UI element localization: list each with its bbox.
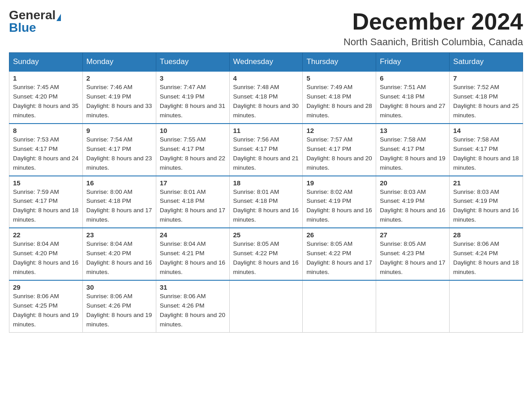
- header-sunday: Sunday: [9, 53, 83, 72]
- sunrise-label: Sunrise: 7:59 AM: [13, 188, 59, 195]
- header-saturday: Saturday: [450, 53, 523, 72]
- day-number: 22: [13, 231, 79, 239]
- calendar-cell: 16 Sunrise: 8:00 AM Sunset: 4:18 PM Dayl…: [82, 176, 156, 228]
- sunset-label: Sunset: 4:26 PM: [160, 302, 205, 309]
- sunrise-label: Sunrise: 7:52 AM: [453, 84, 499, 90]
- sunrise-label: Sunrise: 8:04 AM: [160, 240, 206, 247]
- sunset-label: Sunset: 4:17 PM: [86, 146, 131, 152]
- day-number: 15: [13, 179, 79, 187]
- sunrise-label: Sunrise: 8:06 AM: [13, 293, 59, 300]
- day-number: 10: [160, 127, 226, 134]
- daylight-label: Daylight: 8 hours and 24 minutes.: [13, 155, 78, 171]
- sunset-label: Sunset: 4:19 PM: [86, 93, 131, 100]
- sunrise-label: Sunrise: 7:58 AM: [453, 136, 499, 143]
- header-thursday: Thursday: [303, 53, 376, 72]
- daylight-label: Daylight: 8 hours and 30 minutes.: [233, 103, 299, 119]
- day-number: 25: [233, 231, 299, 239]
- daylight-label: Daylight: 8 hours and 25 minutes.: [453, 103, 519, 119]
- day-info: Sunrise: 8:04 AM Sunset: 4:20 PM Dayligh…: [86, 240, 152, 277]
- daylight-label: Daylight: 8 hours and 18 minutes.: [13, 207, 78, 223]
- header-wednesday: Wednesday: [229, 53, 303, 72]
- sunrise-label: Sunrise: 7:45 AM: [13, 84, 59, 90]
- daylight-label: Daylight: 8 hours and 21 minutes.: [233, 155, 299, 171]
- daylight-label: Daylight: 8 hours and 20 minutes.: [160, 312, 225, 328]
- calendar-cell: [229, 280, 303, 332]
- sunset-label: Sunset: 4:17 PM: [13, 197, 58, 204]
- calendar-cell: 4 Sunrise: 7:48 AM Sunset: 4:18 PM Dayli…: [229, 71, 303, 124]
- calendar-cell: 10 Sunrise: 7:55 AM Sunset: 4:17 PM Dayl…: [156, 124, 229, 176]
- sunrise-label: Sunrise: 8:06 AM: [86, 293, 133, 300]
- day-number: 29: [13, 283, 79, 291]
- logo-triangle-icon: [56, 14, 61, 21]
- daylight-label: Daylight: 8 hours and 16 minutes.: [86, 259, 152, 275]
- sunset-label: Sunset: 4:22 PM: [306, 250, 351, 257]
- day-number: 21: [453, 179, 519, 187]
- calendar-cell: 17 Sunrise: 8:01 AM Sunset: 4:18 PM Dayl…: [156, 176, 229, 228]
- day-number: 13: [380, 127, 446, 134]
- daylight-label: Daylight: 8 hours and 20 minutes.: [306, 155, 372, 171]
- daylight-label: Daylight: 8 hours and 19 minutes.: [13, 312, 78, 328]
- daylight-label: Daylight: 8 hours and 16 minutes.: [306, 207, 372, 223]
- calendar-cell: 1 Sunrise: 7:45 AM Sunset: 4:20 PM Dayli…: [9, 71, 83, 124]
- sunset-label: Sunset: 4:18 PM: [86, 197, 131, 204]
- calendar-cell: 23 Sunrise: 8:04 AM Sunset: 4:20 PM Dayl…: [82, 228, 156, 280]
- sunrise-label: Sunrise: 8:06 AM: [160, 293, 206, 300]
- sunset-label: Sunset: 4:17 PM: [380, 146, 425, 152]
- day-number: 17: [160, 179, 226, 187]
- header-friday: Friday: [376, 53, 450, 72]
- day-info: Sunrise: 8:06 AM Sunset: 4:24 PM Dayligh…: [453, 240, 519, 277]
- logo-blue-line: Blue: [9, 21, 36, 34]
- daylight-label: Daylight: 8 hours and 18 minutes.: [453, 259, 519, 275]
- calendar-cell: [450, 280, 523, 332]
- day-info: Sunrise: 8:02 AM Sunset: 4:19 PM Dayligh…: [306, 188, 372, 225]
- calendar-cell: 29 Sunrise: 8:06 AM Sunset: 4:25 PM Dayl…: [9, 280, 83, 332]
- header-tuesday: Tuesday: [156, 53, 229, 72]
- sunrise-label: Sunrise: 7:55 AM: [160, 136, 206, 143]
- location-title: North Saanich, British Columbia, Canada: [343, 36, 523, 48]
- sunrise-label: Sunrise: 8:06 AM: [453, 240, 499, 247]
- day-number: 26: [306, 231, 372, 239]
- sunrise-label: Sunrise: 7:49 AM: [306, 84, 352, 90]
- sunrise-label: Sunrise: 7:53 AM: [13, 136, 59, 143]
- sunset-label: Sunset: 4:18 PM: [160, 197, 205, 204]
- calendar-cell: 20 Sunrise: 8:03 AM Sunset: 4:19 PM Dayl…: [376, 176, 450, 228]
- day-info: Sunrise: 8:03 AM Sunset: 4:19 PM Dayligh…: [380, 188, 446, 225]
- day-number: 5: [306, 74, 372, 82]
- sunrise-label: Sunrise: 8:03 AM: [453, 188, 499, 195]
- sunrise-label: Sunrise: 7:46 AM: [86, 84, 133, 90]
- sunset-label: Sunset: 4:19 PM: [453, 197, 498, 204]
- day-info: Sunrise: 7:58 AM Sunset: 4:17 PM Dayligh…: [380, 135, 446, 173]
- sunset-label: Sunset: 4:18 PM: [380, 93, 425, 100]
- daylight-label: Daylight: 8 hours and 17 minutes.: [160, 207, 225, 223]
- sunrise-label: Sunrise: 7:56 AM: [233, 136, 279, 143]
- sunrise-label: Sunrise: 7:48 AM: [233, 84, 279, 90]
- sunset-label: Sunset: 4:24 PM: [453, 250, 498, 257]
- day-number: 14: [453, 127, 519, 134]
- daylight-label: Daylight: 8 hours and 17 minutes.: [380, 259, 445, 275]
- calendar-week-4: 22 Sunrise: 8:04 AM Sunset: 4:20 PM Dayl…: [9, 228, 523, 280]
- day-info: Sunrise: 8:05 AM Sunset: 4:22 PM Dayligh…: [306, 240, 372, 277]
- day-number: 4: [233, 74, 299, 82]
- day-info: Sunrise: 7:47 AM Sunset: 4:19 PM Dayligh…: [160, 83, 226, 120]
- calendar-cell: 26 Sunrise: 8:05 AM Sunset: 4:22 PM Dayl…: [303, 228, 376, 280]
- calendar-table: SundayMondayTuesdayWednesdayThursdayFrid…: [9, 52, 523, 332]
- calendar-header-row: SundayMondayTuesdayWednesdayThursdayFrid…: [9, 53, 523, 72]
- sunset-label: Sunset: 4:17 PM: [306, 146, 351, 152]
- logo: General Blue: [9, 9, 61, 34]
- daylight-label: Daylight: 8 hours and 16 minutes.: [13, 259, 78, 275]
- calendar-cell: 12 Sunrise: 7:57 AM Sunset: 4:17 PM Dayl…: [303, 124, 376, 176]
- day-info: Sunrise: 7:59 AM Sunset: 4:17 PM Dayligh…: [13, 188, 79, 225]
- sunrise-label: Sunrise: 8:03 AM: [380, 188, 426, 195]
- calendar-cell: 8 Sunrise: 7:53 AM Sunset: 4:17 PM Dayli…: [9, 124, 83, 176]
- sunrise-label: Sunrise: 8:01 AM: [160, 188, 206, 195]
- calendar-cell: 15 Sunrise: 7:59 AM Sunset: 4:17 PM Dayl…: [9, 176, 83, 228]
- sunset-label: Sunset: 4:19 PM: [380, 197, 425, 204]
- daylight-label: Daylight: 8 hours and 17 minutes.: [86, 207, 152, 223]
- calendar-cell: 11 Sunrise: 7:56 AM Sunset: 4:17 PM Dayl…: [229, 124, 303, 176]
- day-number: 31: [160, 283, 226, 291]
- day-number: 23: [86, 231, 152, 239]
- calendar-cell: 27 Sunrise: 8:05 AM Sunset: 4:23 PM Dayl…: [376, 228, 450, 280]
- day-number: 30: [86, 283, 152, 291]
- sunset-label: Sunset: 4:17 PM: [160, 146, 205, 152]
- calendar-cell: 25 Sunrise: 8:05 AM Sunset: 4:22 PM Dayl…: [229, 228, 303, 280]
